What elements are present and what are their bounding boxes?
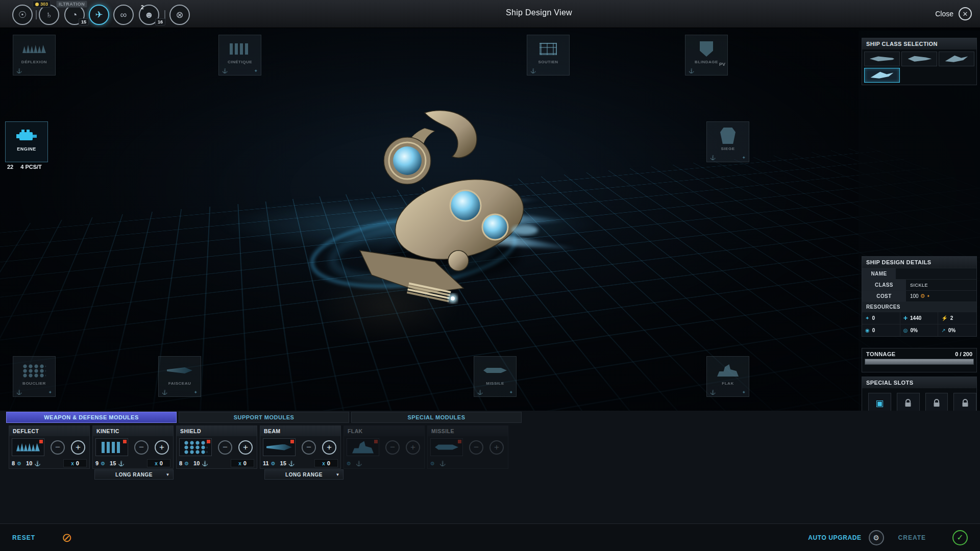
special-slot-1[interactable]: ▣ (868, 393, 891, 413)
remove-module-button[interactable]: − (218, 440, 232, 455)
hull-slot-armor[interactable]: BLINDAGE ⚓ PV (685, 35, 728, 76)
hull-slot-missile[interactable]: MISSILE ⚓ ✦ (474, 356, 517, 397)
tonnage-icon: ⚓ (34, 461, 40, 466)
industry-icon: ⚙ (271, 461, 276, 466)
ship-class-thumb-1[interactable] (864, 52, 900, 66)
tab-weapon-defense-modules[interactable]: WEAPON & DEFENSE MODULES (6, 412, 177, 423)
module-count: x 0 (231, 459, 254, 467)
hull-slot-label: ENGINE (17, 146, 36, 152)
tab-support-modules[interactable]: SUPPORT MODULES (179, 412, 349, 423)
accuracy-icon: ◎ (903, 328, 908, 333)
add-module-button[interactable]: + (322, 440, 336, 455)
hull-slot-label: CINÉTIQUE (228, 60, 252, 64)
galaxy-icon[interactable]: ☉ (12, 5, 33, 25)
remove-module-button[interactable]: − (134, 440, 149, 455)
resource-badge: 303 (33, 1, 51, 8)
module-stats: 9 ⚙ 15 ⚓ x 0 (93, 458, 173, 468)
class-label: CLASS (862, 280, 906, 290)
missile-icon (483, 367, 507, 373)
hull-slot-kinetic[interactable]: CINÉTIQUE ⚓ ✦ (218, 35, 261, 76)
hull-slot-siege[interactable]: SIEGE ⚓ ✦ (706, 121, 749, 162)
kinetic-range-dropdown[interactable]: LONG RANGE ▼ (94, 469, 174, 480)
add-module-button[interactable]: + (155, 440, 169, 455)
tonnage-bar (865, 359, 974, 365)
remove-module-button[interactable]: − (302, 440, 316, 455)
tonnage-icon: ⚓ (530, 68, 536, 73)
ship-design-details-panel: SHIP DESIGN DETAILS NAME CLASS SICKLE CO… (862, 256, 977, 337)
hull-slot-label: MISSILE (486, 381, 504, 386)
module-marker-icon: ✦ (48, 390, 52, 395)
siege-icon (720, 128, 736, 144)
battle-icon[interactable]: ⊗ (169, 5, 190, 25)
hull-slot-deflector[interactable]: DÉFLEXION ⚓ (13, 35, 56, 76)
reset-cancel-icon[interactable]: ⊘ (62, 531, 72, 545)
module-count: x 0 (147, 459, 170, 467)
module-marker-icon: ✦ (254, 68, 258, 73)
add-module-button[interactable]: + (71, 440, 85, 455)
power-icon: ✦ (865, 315, 869, 321)
lock-icon (933, 399, 940, 407)
empire-icon[interactable]: ♄ (39, 5, 59, 25)
module-marker-icon: ✦ (742, 155, 746, 160)
auto-upgrade-button[interactable]: AUTO UPGRADE (808, 534, 861, 541)
create-confirm-icon[interactable]: ✓ (952, 530, 968, 545)
ship-silhouette-icon (868, 54, 896, 64)
resource-speed: ⚡ 2 (938, 312, 976, 324)
ship-class-thumb-4-selected[interactable] (864, 68, 900, 83)
page-title: Ship Design View (506, 8, 572, 17)
module-stats: ⚙ ⚓ (428, 458, 508, 468)
ship-class-thumb-3[interactable] (939, 52, 974, 66)
kinetic-module-icon[interactable] (95, 438, 128, 456)
tonnage-icon: ⚓ (202, 461, 208, 466)
module-stats: 8 ⚙ 10 ⚓ x 0 (9, 458, 89, 468)
hull-slot-shield[interactable]: BOUCLIER ⚓ ✦ (13, 356, 56, 397)
industry-icon: ⚙ (430, 461, 435, 466)
shield-module-icon[interactable] (179, 438, 212, 456)
engine-stats: 22 4 PCS/T (5, 164, 48, 170)
resource-dot-icon (35, 3, 39, 6)
deflector-module-icon[interactable] (12, 438, 44, 456)
ship-name-input[interactable] (896, 268, 976, 279)
module-card-missile: MISSILE − + ⚙ ⚓ (427, 425, 508, 469)
remove-module-button[interactable]: − (51, 440, 65, 455)
tonnage-icon: ⚓ (710, 390, 716, 395)
special-slot-4-locked[interactable] (953, 393, 976, 413)
hull-slot-label: SOUTIEN (538, 60, 558, 64)
upkeep-icon: ◉ (865, 328, 870, 333)
resource-accuracy: ◎ 0% (900, 324, 939, 336)
hull-slot-label: BOUCLIER (22, 381, 46, 386)
espionage-icon[interactable]: ∞ (113, 5, 134, 25)
close-icon: ✕ (959, 7, 972, 20)
infiltration-badge: ILTRATION (56, 1, 87, 8)
module-title: BEAM (260, 426, 340, 436)
ship-viewport[interactable] (0, 28, 980, 411)
auto-upgrade-gear-icon[interactable]: ⚙ (869, 530, 884, 545)
special-slot-2-locked[interactable] (897, 393, 920, 413)
hull-slot-engine[interactable]: ENGINE 22 4 PCS/T (5, 121, 48, 170)
special-slot-3-locked[interactable] (925, 393, 948, 413)
ship-design-icon[interactable]: ✈ (89, 5, 109, 25)
hull-slot-label: SIEGE (721, 146, 735, 151)
ship-class-thumb-2[interactable] (901, 52, 937, 66)
speed-icon: ⚡ (941, 315, 947, 321)
engine-ratio-value: 4 PCS/T (20, 164, 42, 170)
tonnage-icon: ⚓ (16, 390, 22, 395)
ship-class-selection-panel: SHIP CLASS SELECTION (862, 38, 977, 85)
hull-slot-flak[interactable]: FLAK ⚓ ✦ (706, 356, 749, 397)
tab-special-modules[interactable]: SPECIAL MODULES (351, 412, 522, 423)
close-button[interactable]: Close ✕ (935, 7, 972, 20)
reset-button[interactable]: RESET (12, 534, 35, 541)
add-module-button[interactable]: + (238, 440, 253, 455)
panel-title: SPECIAL SLOTS (862, 377, 976, 388)
hull-slot-support[interactable]: SOUTIEN ⚓ (527, 35, 570, 76)
shield-icon (22, 364, 46, 378)
resource-power: ✦ 0 (862, 312, 900, 324)
name-label: NAME (862, 268, 896, 279)
hull-slot-beam[interactable]: FAISCEAU ⚓ ✦ (158, 356, 201, 397)
add-module-button: + (406, 440, 420, 455)
create-button[interactable]: CREATE (898, 534, 926, 541)
tonnage-icon: ⚓ (162, 390, 167, 395)
beam-range-dropdown[interactable]: LONG RANGE ▼ (264, 469, 344, 480)
beam-module-icon[interactable] (263, 438, 296, 456)
industry-icon: ⚙ (347, 461, 351, 466)
